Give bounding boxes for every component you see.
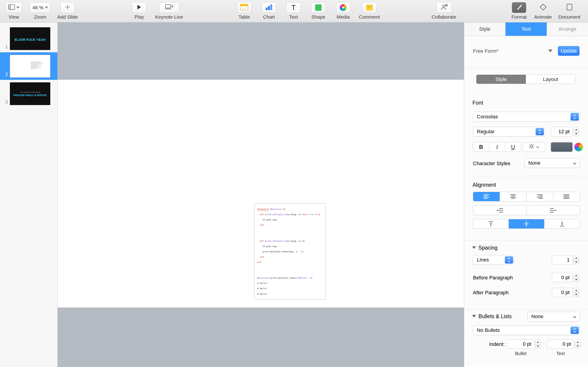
segment-layout[interactable]: Layout — [526, 75, 575, 84]
code-line: Recursion.print_multiple_times("Hello!",… — [257, 275, 322, 281]
character-styles-popup[interactable]: None — [524, 158, 580, 168]
after-paragraph-field[interactable]: 0 pt — [552, 288, 573, 297]
slide-3-thumbnail[interactable]: YOU KNOW IT IS DELICIOUS FROZEN PAELLA R… — [10, 82, 50, 105]
tab-style[interactable]: Style — [464, 23, 506, 36]
zoom-control[interactable]: 46 % Zoom — [30, 2, 51, 20]
style-dropdown-arrow-icon[interactable] — [548, 50, 552, 52]
tab-text[interactable]: Text — [506, 23, 547, 36]
after-paragraph-label: After Paragraph — [473, 290, 509, 296]
font-size-field[interactable]: 12 pt — [551, 127, 573, 136]
before-paragraph-stepper[interactable] — [573, 273, 579, 282]
font-family-value: Consolas — [477, 114, 498, 120]
bullet-indent-stepper[interactable] — [535, 340, 541, 348]
align-top-button[interactable] — [473, 219, 509, 228]
insert-table-button[interactable]: Table — [237, 2, 251, 20]
biu-segment: B I U — [473, 142, 521, 152]
horizontal-alignment-segment — [473, 192, 580, 201]
increase-indent-button[interactable] — [527, 206, 580, 215]
text-indent-field[interactable]: 0 pt — [547, 340, 574, 349]
code-line: IO.puts msg — [257, 217, 322, 222]
advanced-options-button[interactable] — [523, 142, 545, 152]
tab-arrange[interactable]: Arrange — [547, 23, 588, 36]
font-size-stepper[interactable] — [573, 127, 579, 136]
segment-style[interactable]: Style — [476, 75, 526, 84]
color-wheel-icon[interactable] — [574, 142, 583, 152]
slide-thumbnail-row-3[interactable]: 3 YOU KNOW IT IS DELICIOUS FROZEN PAELLA… — [0, 80, 57, 107]
yellow-note-icon — [366, 5, 373, 10]
code-line: # Hello! — [257, 281, 322, 286]
font-family-combo[interactable]: Consolas — [473, 112, 580, 122]
vertical-alignment-segment — [473, 219, 580, 229]
bullet-style-combo[interactable]: No Bullets — [473, 325, 580, 335]
add-slide-label: Add Slide — [57, 14, 78, 20]
comment-label: Comment — [359, 14, 380, 20]
insert-text-button[interactable]: T Text — [286, 2, 301, 20]
font-section-label: Font — [473, 100, 483, 106]
stepper-icon[interactable] — [571, 113, 579, 121]
add-slide-button[interactable]: Add Slide — [57, 2, 78, 20]
before-paragraph-label: Before Paragraph — [473, 275, 513, 281]
slide-thumbnail-row-2[interactable]: 2 — [0, 52, 57, 80]
code-line: print_multiple_times(msg, n - 1) — [257, 249, 322, 254]
slide-3-subtitle: YOU KNOW IT IS DELICIOUS — [10, 92, 50, 93]
bullet-indent-field[interactable]: 0 pt — [507, 340, 534, 349]
bullets-list-popup[interactable]: None — [527, 312, 580, 321]
line-spacing-field[interactable]: 1 — [552, 255, 573, 265]
align-bottom-button[interactable] — [544, 219, 580, 228]
underline-button[interactable]: U — [505, 142, 521, 152]
format-button[interactable]: Format — [511, 2, 527, 20]
view-button[interactable]: View — [6, 2, 22, 20]
slide-1-thumbnail[interactable]: ELIXIR FUCK YEAH — [10, 27, 50, 50]
keynote-window: { "app": { "name": "Keynote" }, "toolbar… — [0, 0, 588, 367]
bullets-disclosure-icon[interactable] — [472, 315, 476, 317]
align-right-button[interactable] — [527, 192, 553, 201]
insert-media-button[interactable]: Media — [336, 2, 350, 20]
text-indent-stepper[interactable] — [575, 340, 580, 348]
line-spacing-stepper[interactable] — [573, 256, 579, 264]
comment-button[interactable]: Comment — [359, 2, 380, 20]
after-paragraph-stepper[interactable] — [573, 288, 579, 297]
table-icon — [240, 4, 248, 11]
play-button[interactable]: Play — [132, 2, 146, 20]
slide-number: 2 — [0, 72, 8, 80]
align-justify-button[interactable] — [553, 192, 580, 201]
update-button[interactable]: Update — [558, 46, 579, 56]
bullet-style-value: No Bullets — [477, 327, 500, 333]
code-line: defmodule Recursion do — [257, 206, 322, 212]
bullets-list-value: None — [531, 314, 544, 319]
align-middle-button[interactable] — [509, 219, 544, 228]
font-weight-combo[interactable]: Regular — [473, 127, 545, 136]
spacing-disclosure-icon[interactable] — [472, 246, 476, 249]
stepper-icon[interactable] — [571, 327, 579, 334]
spacing-mode-combo[interactable]: Lines — [473, 255, 514, 265]
insert-shape-button[interactable]: Shape — [311, 2, 326, 20]
code-line: end — [257, 259, 322, 265]
slide-1-title: ELIXIR FUCK YEAH — [10, 38, 50, 42]
collaborate-button[interactable]: Collaborate — [432, 2, 456, 20]
slide-canvas[interactable]: defmodule Recursion do def print_multipl… — [58, 23, 464, 367]
sidebar-layout-icon — [8, 4, 15, 11]
code-line — [257, 270, 322, 275]
paintbrush-icon — [516, 4, 522, 11]
stepper-icon[interactable] — [505, 256, 513, 264]
code-text-box[interactable]: defmodule Recursion do def print_multipl… — [254, 203, 326, 300]
bold-button[interactable]: B — [473, 142, 489, 152]
insert-chart-button[interactable]: Chart — [262, 2, 276, 20]
italic-button[interactable]: I — [489, 142, 505, 152]
decrease-indent-button[interactable] — [473, 206, 527, 215]
document-button[interactable]: Document — [558, 2, 580, 20]
code-line: def print_multiple_times(msg, n) when n … — [257, 212, 322, 217]
slide-2-thumbnail[interactable] — [10, 55, 50, 77]
animate-button[interactable]: Animate — [534, 2, 552, 20]
slide-surface[interactable]: defmodule Recursion do def print_multipl… — [58, 79, 464, 308]
slide-number: 3 — [0, 99, 8, 107]
align-center-button[interactable] — [500, 192, 526, 201]
text-color-well[interactable] — [551, 142, 573, 152]
text-column-label: Text — [547, 351, 574, 356]
slide-thumbnail-row-1[interactable]: 1 ELIXIR FUCK YEAH — [0, 25, 57, 52]
stepper-icon[interactable] — [536, 128, 544, 135]
keynote-live-button[interactable]: Keynote Live — [155, 2, 183, 20]
style-layout-segment: Style Layout — [476, 75, 575, 84]
before-paragraph-field[interactable]: 0 pt — [552, 273, 573, 282]
align-left-button[interactable] — [473, 192, 500, 201]
